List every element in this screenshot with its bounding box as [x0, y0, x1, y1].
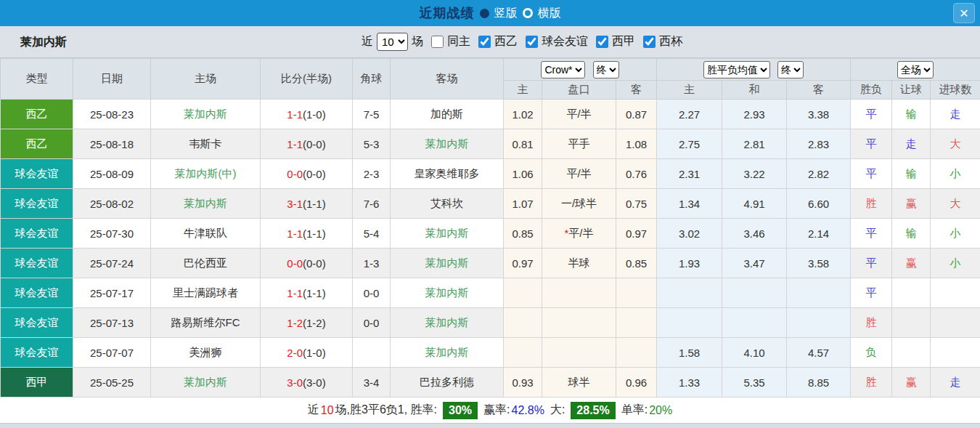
halftime-score: (3-0) — [303, 376, 326, 389]
away-team[interactable]: 莱加内斯 — [391, 278, 504, 308]
away-team[interactable]: 莱加内斯 — [391, 308, 504, 338]
result-handicap: 输 — [892, 100, 931, 129]
radio-horizontal-icon[interactable] — [523, 8, 533, 18]
handicap-home-odds: 0.93 — [504, 368, 542, 397]
home-team[interactable]: 韦斯卡 — [151, 129, 261, 159]
result-goals: 小 — [931, 159, 980, 189]
header-corner: 角球 — [353, 59, 391, 100]
table-header: 类型 日期 主场 比分(半场) 角球 客场 Crow* 终 胜平负均值 终 全场 — [1, 59, 980, 100]
league-type-badge: 球会友谊 — [1, 219, 73, 249]
home-team[interactable]: 里士满踢球者 — [151, 278, 261, 308]
result-handicap: 赢 — [892, 249, 931, 278]
table-row: 球会友谊 25-07-30 牛津联队 1-1(1-1) 5-4 莱加内斯 0.8… — [1, 219, 980, 249]
date-cell: 25-07-07 — [73, 338, 151, 368]
away-team[interactable]: 莱加内斯 — [391, 338, 504, 368]
date-cell: 25-08-23 — [73, 100, 151, 129]
home-team[interactable]: 莱加内斯 — [151, 100, 261, 129]
league-xijia-checkbox[interactable] — [596, 36, 608, 48]
home-team[interactable]: 牛津联队 — [151, 219, 261, 249]
subheader-avg-home: 主 — [657, 81, 722, 100]
avg-home-odds: 1.58 — [657, 338, 722, 368]
home-team[interactable]: 莱加内斯(中) — [151, 159, 261, 189]
bottom-strip — [0, 423, 980, 428]
home-team[interactable]: 巴伦西亚 — [151, 249, 261, 278]
handicap-home-odds: 1.06 — [504, 159, 542, 189]
subheader-result-wdl: 胜负 — [851, 81, 892, 100]
avg-draw-odds — [722, 278, 787, 308]
scope-select[interactable]: 全场 — [897, 61, 934, 78]
handicap-home-odds: 1.02 — [504, 100, 542, 129]
handicap-line: 平手 — [542, 129, 616, 159]
avg-draw-odds: 3.47 — [722, 249, 787, 278]
league-xibei-checkbox[interactable] — [643, 36, 656, 48]
handicap-line — [542, 338, 616, 368]
avg-group-header: 胜平负均值 终 — [657, 59, 851, 81]
away-team[interactable]: 莱加内斯 — [391, 249, 504, 278]
subheader-hcap-away: 客 — [616, 81, 657, 100]
summary-count: 10 — [321, 404, 334, 417]
handicap-group-header: Crow* 终 — [504, 59, 657, 81]
handicap-away-odds: 0.87 — [616, 100, 657, 129]
handicap-final-select[interactable]: 终 — [593, 61, 619, 78]
league-type-badge: 西乙 — [1, 100, 73, 129]
header-away: 客场 — [391, 59, 504, 100]
avg-draw-odds: 2.93 — [722, 100, 787, 129]
result-wdl: 平 — [851, 219, 892, 249]
league-xijia-label: 西甲 — [612, 34, 635, 49]
table-row: 球会友谊 25-07-07 美洲狮 2-0(1-0) 莱加内斯 1.58 4.1… — [1, 338, 980, 368]
handicap-line-text: 平/半 — [568, 227, 593, 239]
table-row: 球会友谊 25-07-13 路易斯维尔FC 1-2(1-2) 0-0 莱加内斯 … — [1, 308, 980, 338]
corner-cell: 5-3 — [353, 129, 391, 159]
avg-type-select[interactable]: 胜平负均值 — [703, 61, 770, 78]
handicap-line-text: 球半 — [568, 376, 590, 388]
away-team[interactable]: 莱加内斯 — [391, 129, 504, 159]
home-team[interactable]: 路易斯维尔FC — [151, 308, 261, 338]
avg-final-select[interactable]: 终 — [777, 61, 804, 78]
avg-home-odds: 2.75 — [657, 129, 722, 159]
radio-vertical-selected-icon[interactable] — [480, 9, 489, 18]
close-icon[interactable]: ✕ — [953, 3, 975, 23]
odds-source-select[interactable]: Crow* — [541, 61, 585, 78]
result-wdl: 平 — [851, 129, 892, 159]
date-cell: 25-08-02 — [73, 189, 151, 219]
away-team[interactable]: 皇家奥维耶多 — [391, 159, 504, 189]
away-team[interactable]: 莱加内斯 — [391, 219, 504, 249]
handicap-home-odds: 0.97 — [504, 249, 542, 278]
result-wdl: 负 — [851, 338, 892, 368]
fulltime-score: 1-1 — [287, 227, 303, 240]
score-cell: 1-1(1-1) — [261, 219, 353, 249]
halftime-score: (1-0) — [303, 108, 326, 121]
summary-near-label: 近 — [308, 403, 319, 418]
halftime-score: (1-2) — [303, 317, 326, 329]
away-team[interactable]: 加的斯 — [391, 100, 504, 129]
avg-away-odds: 4.57 — [787, 338, 851, 368]
home-team[interactable]: 美洲狮 — [151, 338, 261, 368]
result-goals: 大 — [931, 129, 980, 159]
league-type-badge: 球会友谊 — [1, 189, 73, 219]
league-friendly-checkbox[interactable] — [526, 36, 538, 48]
away-team[interactable]: 巴拉多利德 — [391, 368, 504, 397]
home-team[interactable]: 莱加内斯 — [151, 368, 261, 397]
summary-record: 场,胜3平6负1, 胜率: — [335, 403, 437, 418]
halftime-score: (1-1) — [303, 227, 326, 240]
corner-cell — [353, 338, 391, 368]
handicap-line-text: 平/半 — [566, 167, 591, 179]
handicap-away-odds: 0.76 — [616, 159, 657, 189]
result-handicap — [892, 278, 931, 308]
result-goals: 大 — [931, 189, 980, 219]
same-home-checkbox[interactable] — [431, 36, 444, 48]
league-type-badge: 西甲 — [1, 368, 73, 397]
fulltime-score: 0-0 — [287, 168, 303, 180]
away-team[interactable]: 艾科坎 — [391, 189, 504, 219]
home-team[interactable]: 莱加内斯 — [151, 189, 261, 219]
radio-vertical-label[interactable]: 竖版 — [494, 6, 518, 21]
league-type-badge: 西乙 — [1, 129, 73, 159]
results-table: 类型 日期 主场 比分(半场) 角球 客场 Crow* 终 胜平负均值 终 全场 — [0, 58, 980, 397]
result-goals: 小 — [931, 219, 980, 249]
recent-results-popup: 近期战绩 竖版 横版 ✕ 莱加内斯 近 10 场 同主 西乙 球会友谊 西甲 西… — [0, 0, 980, 428]
handicap-line: 球半 — [542, 368, 616, 397]
radio-horizontal-label[interactable]: 横版 — [538, 6, 561, 21]
league-xiyi-checkbox[interactable] — [478, 36, 491, 48]
match-count-select[interactable]: 10 — [377, 33, 408, 51]
result-handicap — [892, 308, 931, 338]
